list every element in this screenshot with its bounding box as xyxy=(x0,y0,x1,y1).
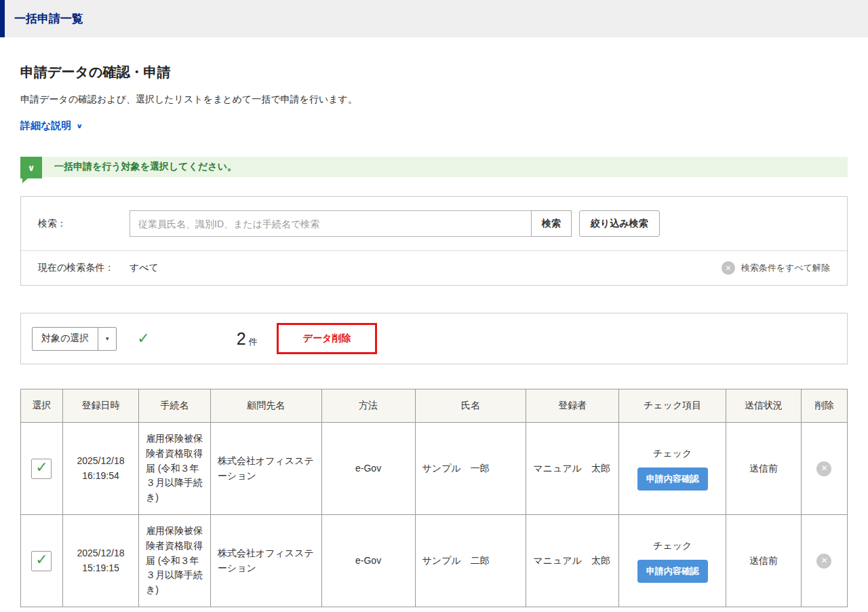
condition-value: すべて xyxy=(130,262,159,274)
header-client: 顧問先名 xyxy=(210,389,321,423)
header-registrant: 登録者 xyxy=(526,389,619,423)
cell-procedure: 雇用保険被保険者資格取得届 (令和３年３月以降手続き) xyxy=(138,515,210,607)
table-row: ✓ 2025/12/18 16:19:54 雇用保険被保険者資格取得届 (令和３… xyxy=(21,423,848,515)
clear-conditions-icon: ✕ xyxy=(722,261,735,275)
condition-label: 現在の検索条件： xyxy=(38,262,130,274)
cell-method: e-Gov xyxy=(321,423,415,515)
table-row: ✓ 2025/12/18 15:19:15 雇用保険被保険者資格取得届 (令和３… xyxy=(21,515,848,607)
cell-procedure: 雇用保険被保険者資格取得届 (令和３年３月以降手続き) xyxy=(138,423,210,515)
search-condition-row: 現在の検索条件： すべて ✕ 検索条件をすべて解除 xyxy=(21,250,847,285)
application-confirm-button[interactable]: 申請内容確認 xyxy=(637,560,708,583)
header-send-status: 送信状況 xyxy=(726,389,802,423)
row-checkbox[interactable]: ✓ xyxy=(31,551,52,571)
cell-datetime: 2025/12/18 16:19:54 xyxy=(62,423,138,515)
header-delete: 削除 xyxy=(801,389,847,423)
cell-name: サンプル 二郎 xyxy=(415,515,526,607)
cell-client: 株式会社オフィスステーション xyxy=(210,515,321,607)
header-datetime: 登録日時 xyxy=(62,389,138,423)
row-delete-icon[interactable]: ✕ xyxy=(816,461,831,476)
search-input[interactable] xyxy=(130,210,532,237)
cell-client: 株式会社オフィスステーション xyxy=(210,423,321,515)
notice-bar: ∨ 一括申請を行う対象を選択してください。 xyxy=(20,157,848,177)
chevron-down-icon: ▼ xyxy=(98,328,116,350)
cell-datetime: 2025/12/18 15:19:15 xyxy=(62,515,138,607)
header-name: 氏名 xyxy=(415,389,526,423)
header-select: 選択 xyxy=(21,389,63,423)
target-select-dropdown[interactable]: 対象の選択 ▼ xyxy=(32,327,117,351)
cell-send-status: 送信前 xyxy=(726,515,802,607)
chevron-down-icon: ∨ xyxy=(76,122,83,130)
search-row: 検索： 検索 絞り込み検索 xyxy=(21,197,847,250)
filter-search-button[interactable]: 絞り込み検索 xyxy=(579,210,660,237)
detail-link-label: 詳細な説明 xyxy=(20,119,71,132)
action-bar: 対象の選択 ▼ ✓ 2 件 データ削除 xyxy=(20,313,848,364)
check-icon: ✓ xyxy=(35,460,47,475)
data-delete-button[interactable]: データ削除 xyxy=(277,323,378,354)
cell-registrant: マニュアル 太郎 xyxy=(526,423,619,515)
cell-check-items: チェック 申請内容確認 xyxy=(619,423,726,515)
header-method: 方法 xyxy=(321,389,415,423)
cell-registrant: マニュアル 太郎 xyxy=(526,515,619,607)
table-header-row: 選択 登録日時 手続名 顧問先名 方法 氏名 登録者 チェック項目 送信状況 削… xyxy=(21,389,848,423)
search-button[interactable]: 検索 xyxy=(531,210,572,237)
clear-conditions-label: 検索条件をすべて解除 xyxy=(741,262,830,274)
target-select-label: 対象の選択 xyxy=(33,328,98,350)
header-check-items: チェック項目 xyxy=(619,389,726,423)
selected-count: 2 件 xyxy=(237,329,258,349)
check-icon: ✓ xyxy=(137,330,149,347)
application-table: 選択 登録日時 手続名 顧問先名 方法 氏名 登録者 チェック項目 送信状況 削… xyxy=(20,389,848,607)
row-delete-icon[interactable]: ✕ xyxy=(816,554,831,569)
page-header: 一括申請一覧 xyxy=(0,0,868,37)
row-checkbox[interactable]: ✓ xyxy=(31,459,52,479)
notice-text: 一括申請を行う対象を選択してください。 xyxy=(54,161,237,173)
header-procedure: 手続名 xyxy=(138,389,210,423)
cell-method: e-Gov xyxy=(321,515,415,607)
page-title: 申請データの確認・申請 xyxy=(20,63,848,81)
notice-collapse-icon[interactable]: ∨ xyxy=(20,157,42,178)
check-icon: ✓ xyxy=(35,552,47,567)
search-label: 検索： xyxy=(38,218,130,230)
application-confirm-button[interactable]: 申請内容確認 xyxy=(637,467,708,491)
selected-count-number: 2 xyxy=(237,329,246,349)
main-content: 申請データの確認・申請 申請データの確認および、選択したリストをまとめて一括で申… xyxy=(0,63,868,607)
check-label: チェック xyxy=(626,446,719,461)
detail-description-link[interactable]: 詳細な説明 ∨ xyxy=(20,119,83,132)
check-label: チェック xyxy=(626,539,719,554)
clear-conditions-button[interactable]: ✕ 検索条件をすべて解除 xyxy=(722,261,830,275)
selected-count-unit: 件 xyxy=(249,336,258,348)
cell-send-status: 送信前 xyxy=(726,423,802,515)
page-description: 申請データの確認および、選択したリストをまとめて一括で申請を行います。 xyxy=(20,94,848,106)
cell-name: サンプル 一郎 xyxy=(415,423,526,515)
cell-check-items: チェック 申請内容確認 xyxy=(619,515,726,607)
page-header-title: 一括申請一覧 xyxy=(14,11,83,26)
search-panel: 検索： 検索 絞り込み検索 現在の検索条件： すべて ✕ 検索条件をすべて解除 xyxy=(20,196,848,286)
